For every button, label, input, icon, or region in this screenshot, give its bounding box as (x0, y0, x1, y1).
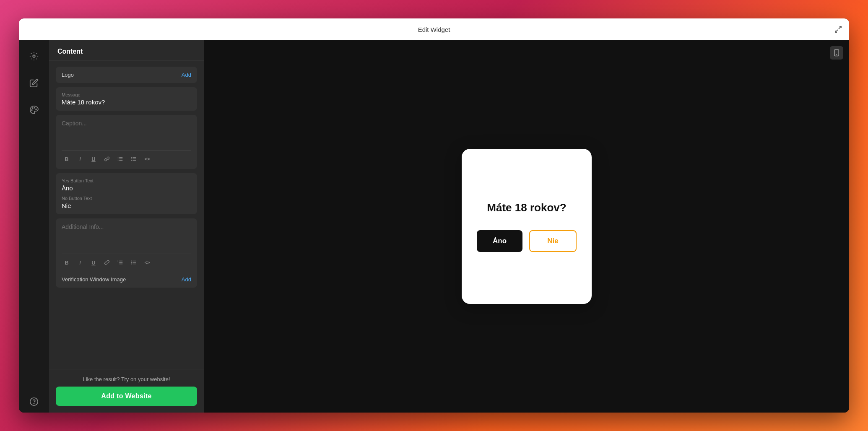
footer-promo-text: Like the result? Try on your website! (56, 376, 197, 382)
add-to-website-button[interactable]: Add to Website (56, 387, 197, 406)
verification-image-row: Verification Window Image Add (62, 276, 191, 283)
logo-add-button[interactable]: Add (182, 72, 191, 78)
message-value: Máte 18 rokov? (62, 99, 191, 106)
no-button-field: No Button Text Nie (62, 196, 191, 209)
window-title: Edit Widget (418, 26, 450, 33)
add-italic-btn[interactable]: I (75, 257, 85, 267)
caption-block: B I U (56, 115, 197, 169)
bold-btn[interactable]: B (62, 154, 72, 164)
button-fields-block: Yes Button Text Áno No Button Text Nie (56, 173, 197, 214)
no-button-value[interactable]: Nie (62, 202, 191, 209)
svg-point-14 (131, 263, 132, 264)
add-bold-btn[interactable]: B (62, 257, 72, 267)
add-list-unordered-btn[interactable] (129, 257, 139, 267)
add-link-btn[interactable] (102, 257, 112, 267)
panel-footer: Like the result? Try on your website! Ad… (49, 369, 204, 413)
palette-icon-btn[interactable] (26, 102, 42, 117)
logo-label: Logo (62, 72, 74, 78)
verification-image-add[interactable]: Add (182, 276, 191, 283)
caption-toolbar: B I U (62, 150, 191, 164)
logo-block: Logo Add (56, 67, 197, 83)
icon-sidebar (19, 40, 49, 413)
svg-point-13 (131, 262, 132, 263)
svg-point-2 (33, 55, 35, 57)
title-bar: Edit Widget (19, 18, 849, 40)
yes-button-value[interactable]: Áno (62, 184, 191, 192)
panel-body: Logo Add Message Máte 18 rokov? B I U (49, 61, 204, 369)
add-list-ordered-btn[interactable] (115, 257, 125, 267)
link-btn[interactable] (102, 154, 112, 164)
caption-input[interactable] (62, 120, 191, 145)
panel-header: Content (49, 40, 204, 61)
edit-icon-btn[interactable] (26, 75, 42, 91)
app-window: Edit Widget (19, 18, 849, 413)
additional-info-input[interactable] (62, 223, 191, 249)
preview-toolbar (830, 46, 843, 60)
mobile-preview-btn[interactable] (830, 46, 843, 60)
additional-toolbar: B I U (62, 254, 191, 267)
yes-button-field: Yes Button Text Áno (62, 178, 191, 192)
svg-point-10 (131, 158, 132, 159)
code-btn[interactable]: <> (142, 154, 152, 164)
svg-point-4 (36, 109, 36, 110)
message-sublabel: Message (62, 92, 191, 97)
svg-point-12 (131, 260, 132, 261)
svg-point-6 (31, 110, 32, 111)
additional-block: B I U (56, 218, 197, 288)
main-content: Content Logo Add Message Máte 18 rokov? (19, 40, 849, 413)
no-button-sublabel: No Button Text (62, 196, 191, 201)
settings-icon-btn[interactable] (26, 49, 42, 64)
message-block: Message Máte 18 rokov? (56, 87, 197, 111)
svg-point-3 (34, 107, 35, 108)
svg-point-11 (131, 160, 132, 161)
expand-button[interactable] (834, 25, 842, 34)
preview-area: Máte 18 rokov? Áno Nie (204, 40, 849, 413)
panel-sidebar: Content Logo Add Message Máte 18 rokov? (49, 40, 204, 413)
widget-modal: Máte 18 rokov? Áno Nie (462, 149, 592, 304)
widget-no-button[interactable]: Nie (529, 230, 577, 252)
underline-btn[interactable]: U (88, 154, 99, 164)
widget-question: Máte 18 rokov? (487, 201, 566, 215)
help-icon-btn[interactable] (26, 394, 42, 409)
list-unordered-btn[interactable] (129, 154, 139, 164)
logo-row: Logo Add (62, 72, 191, 78)
verification-image-label: Verification Window Image (62, 276, 126, 283)
add-code-btn[interactable]: <> (142, 257, 152, 267)
italic-btn[interactable]: I (75, 154, 85, 164)
yes-button-sublabel: Yes Button Text (62, 178, 191, 183)
svg-point-5 (32, 108, 33, 109)
svg-point-9 (131, 157, 132, 158)
widget-buttons: Áno Nie (477, 230, 577, 252)
add-underline-btn[interactable]: U (88, 257, 99, 267)
widget-yes-button[interactable]: Áno (477, 230, 522, 252)
list-ordered-btn[interactable] (115, 154, 125, 164)
